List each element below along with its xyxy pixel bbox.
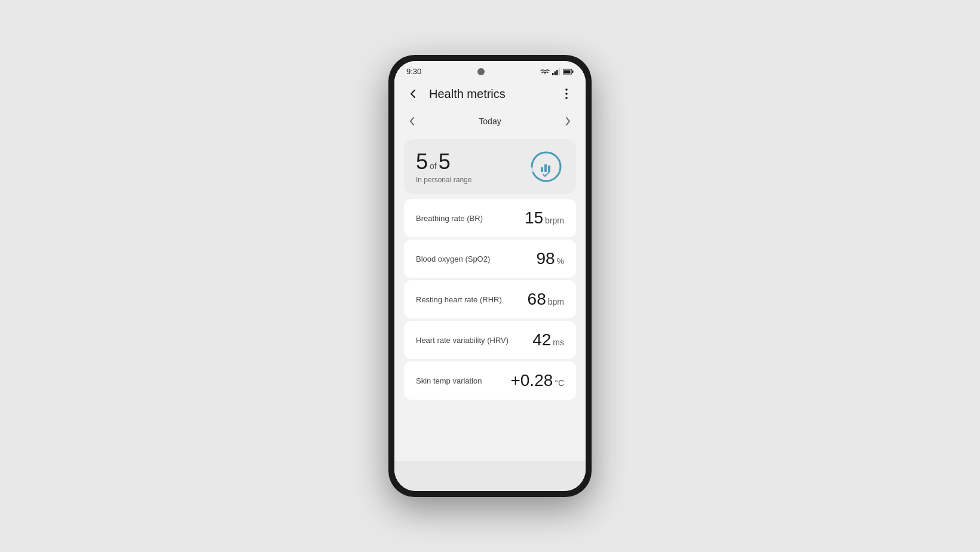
status-icons xyxy=(540,68,574,75)
metric-unit: brpm xyxy=(545,216,564,225)
metric-card[interactable]: Breathing rate (BR)15brpm xyxy=(404,199,576,237)
camera-dot xyxy=(477,68,485,75)
metric-value: 98% xyxy=(536,249,564,268)
page-title: Health metrics xyxy=(429,87,506,101)
metric-label: Resting heart rate (RHR) xyxy=(416,295,502,304)
metric-number: 98 xyxy=(536,249,555,268)
count-total: 5 xyxy=(439,149,451,174)
svg-rect-0 xyxy=(552,73,554,75)
metric-value: +0.28°C xyxy=(510,371,564,390)
count-line: 5 of 5 xyxy=(416,149,471,174)
metric-unit: % xyxy=(557,256,564,266)
wifi-icon xyxy=(540,68,550,75)
summary-card: 5 of 5 In personal range xyxy=(404,139,576,194)
metric-number: 68 xyxy=(528,290,546,309)
back-icon xyxy=(408,88,419,99)
metric-value: 68bpm xyxy=(528,290,564,309)
svg-rect-5 xyxy=(572,70,574,73)
metric-value: 15brpm xyxy=(525,208,564,228)
metric-label: Heart rate variability (HRV) xyxy=(416,336,509,345)
svg-rect-12 xyxy=(541,167,543,172)
metrics-list: Breathing rate (BR)15brpmBlood oxygen (S… xyxy=(394,199,586,461)
circular-chart-icon xyxy=(528,149,564,185)
next-date-button[interactable] xyxy=(559,113,576,130)
metric-number: 15 xyxy=(525,208,543,228)
battery-icon xyxy=(563,68,574,75)
svg-rect-1 xyxy=(555,71,556,75)
metric-label: Blood oxygen (SpO2) xyxy=(416,254,490,263)
bottom-area xyxy=(394,461,586,491)
prev-date-button[interactable] xyxy=(404,113,421,130)
metric-card[interactable]: Resting heart rate (RHR)68bpm xyxy=(404,280,576,318)
svg-rect-13 xyxy=(544,164,547,172)
signal-icon xyxy=(552,68,561,75)
svg-rect-2 xyxy=(556,70,558,75)
count-of-label: of xyxy=(430,161,437,171)
metric-number: 42 xyxy=(532,330,551,349)
metric-card[interactable]: Heart rate variability (HRV)42ms xyxy=(404,321,576,359)
metric-card[interactable]: Blood oxygen (SpO2)98% xyxy=(404,240,576,278)
next-arrow-icon xyxy=(565,116,571,126)
metric-label: Skin temp variation xyxy=(416,376,482,385)
svg-rect-14 xyxy=(548,165,550,172)
status-time: 9:30 xyxy=(406,67,421,76)
svg-rect-6 xyxy=(564,70,571,73)
svg-point-7 xyxy=(565,88,568,91)
app-bar-left: Health metrics xyxy=(404,84,506,103)
circular-progress-icon xyxy=(528,149,564,185)
metric-unit: bpm xyxy=(548,297,564,306)
metric-value: 42ms xyxy=(532,330,564,349)
phone-shell: 9:30 xyxy=(388,55,592,497)
count-description: In personal range xyxy=(416,176,471,184)
back-button[interactable] xyxy=(404,84,423,103)
metric-unit: °C xyxy=(555,378,564,388)
metric-unit: ms xyxy=(553,338,564,347)
prev-arrow-icon xyxy=(409,116,415,126)
summary-text: 5 of 5 In personal range xyxy=(416,149,471,184)
count-value: 5 xyxy=(416,149,428,174)
svg-point-8 xyxy=(565,93,568,95)
metric-number: +0.28 xyxy=(510,371,553,390)
date-nav: Today xyxy=(394,108,586,134)
more-icon xyxy=(565,88,568,99)
app-bar: Health metrics xyxy=(394,79,586,108)
more-options-button[interactable] xyxy=(557,84,576,103)
phone-screen: 9:30 xyxy=(394,61,586,491)
metric-card[interactable]: Skin temp variation+0.28°C xyxy=(404,361,576,400)
metric-label: Breathing rate (BR) xyxy=(416,214,483,223)
status-bar: 9:30 xyxy=(394,61,586,79)
svg-rect-3 xyxy=(559,68,561,75)
svg-point-9 xyxy=(565,97,568,99)
date-label: Today xyxy=(479,116,501,126)
